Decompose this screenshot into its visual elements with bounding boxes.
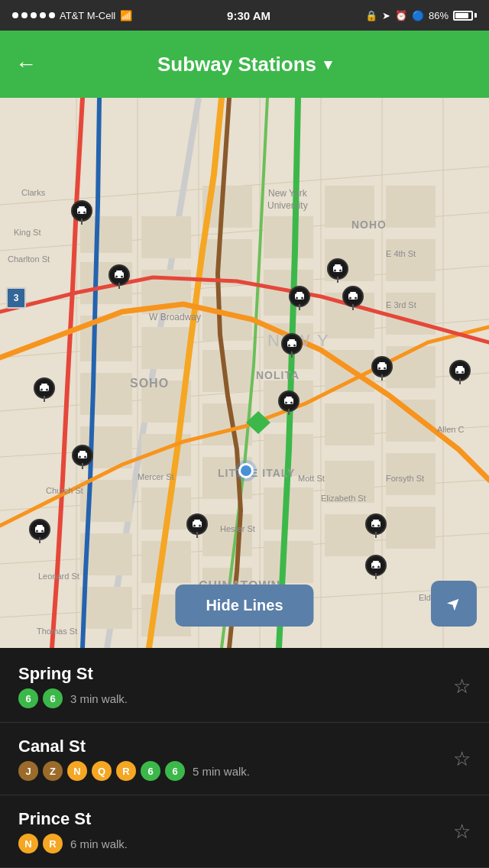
map-label-nyu: New YorkUniversity bbox=[267, 188, 308, 212]
svg-point-80 bbox=[84, 456, 86, 458]
status-bar: AT&T M-Cell 📶 9:30 AM 🔒 ➤ ⏰ 🔵 86% bbox=[0, 0, 489, 31]
star-button[interactable]: ☆ bbox=[453, 675, 471, 698]
svg-point-112 bbox=[301, 297, 303, 300]
map-label-church: Church St bbox=[46, 486, 83, 495]
svg-rect-24 bbox=[264, 216, 313, 258]
map-label-thomas: Thomas St bbox=[37, 627, 77, 636]
svg-point-83 bbox=[36, 530, 38, 533]
line-badge-n: N bbox=[67, 761, 87, 781]
svg-rect-34 bbox=[80, 373, 132, 415]
svg-point-108 bbox=[290, 402, 293, 404]
svg-rect-134 bbox=[457, 366, 463, 368]
line-badge-6a: 6 bbox=[18, 688, 38, 708]
svg-point-115 bbox=[334, 270, 336, 272]
map-station-pin[interactable] bbox=[371, 356, 393, 377]
svg-rect-82 bbox=[37, 525, 43, 526]
wifi-icon: 📶 bbox=[120, 10, 132, 21]
map-station-pin[interactable] bbox=[34, 377, 55, 399]
map-station-pin[interactable] bbox=[72, 445, 93, 466]
map-station-pin[interactable] bbox=[108, 264, 130, 286]
map-station-pin[interactable] bbox=[327, 258, 348, 280]
walk-time: 3 min walk. bbox=[70, 692, 128, 705]
svg-point-116 bbox=[339, 270, 342, 272]
station-meta: J Z N Q R 6 6 5 min walk. bbox=[18, 761, 250, 781]
walk-time: 6 min walk. bbox=[70, 837, 128, 850]
svg-point-72 bbox=[121, 276, 123, 278]
svg-point-136 bbox=[461, 371, 464, 374]
map-label-leonard: Leonard St bbox=[38, 572, 79, 581]
map-label-nolita: NOLITA bbox=[256, 369, 300, 381]
map-station-pin[interactable] bbox=[29, 519, 50, 540]
map-area[interactable]: Clarks King St Charlton St W Broadway SO… bbox=[0, 98, 489, 648]
station-meta: 6 6 3 min walk. bbox=[18, 688, 128, 708]
svg-point-107 bbox=[285, 402, 287, 404]
nav-bar: ← Subway Stations ▾ bbox=[0, 31, 489, 98]
map-label-king: King St bbox=[14, 228, 40, 237]
svg-rect-98 bbox=[194, 520, 200, 521]
map-station-pin[interactable] bbox=[71, 200, 92, 222]
dropdown-chevron[interactable]: ▾ bbox=[324, 55, 332, 73]
svg-rect-50 bbox=[325, 403, 374, 445]
map-label-soho: SOHO bbox=[130, 377, 169, 390]
nav-title: Subway Stations ▾ bbox=[157, 53, 332, 76]
svg-point-84 bbox=[41, 530, 44, 533]
highway-sign: 3 bbox=[6, 287, 26, 309]
status-left: AT&T M-Cell 📶 bbox=[12, 10, 132, 21]
map-station-pin[interactable] bbox=[281, 333, 303, 355]
line-badge-n2: N bbox=[18, 834, 38, 853]
location-icon: ➤ bbox=[382, 10, 390, 21]
line-badge-6b: 6 bbox=[43, 688, 63, 708]
map-label-clarks: Clarks bbox=[21, 188, 45, 197]
svg-rect-30 bbox=[386, 186, 436, 228]
svg-point-124 bbox=[384, 368, 386, 370]
svg-point-99 bbox=[193, 525, 196, 527]
svg-rect-45 bbox=[386, 400, 436, 442]
line-badge-z: Z bbox=[43, 761, 63, 781]
svg-rect-118 bbox=[350, 292, 356, 293]
battery-icon bbox=[453, 11, 477, 21]
station-meta: N R 6 min walk. bbox=[18, 834, 128, 853]
map-station-pin[interactable] bbox=[342, 286, 364, 307]
svg-point-131 bbox=[372, 566, 374, 568]
station-name: Spring St bbox=[18, 664, 128, 684]
svg-point-100 bbox=[199, 525, 201, 527]
map-label-elizabeth: Elizabeth St bbox=[321, 494, 366, 503]
map-station-pin[interactable] bbox=[289, 286, 310, 307]
user-location-dot bbox=[238, 463, 254, 478]
battery-percent: 86% bbox=[429, 10, 449, 21]
svg-point-119 bbox=[349, 297, 351, 300]
back-button[interactable]: ← bbox=[15, 52, 37, 76]
svg-rect-130 bbox=[373, 561, 379, 562]
svg-point-67 bbox=[78, 212, 80, 214]
svg-point-135 bbox=[456, 371, 458, 374]
map-station-pin[interactable] bbox=[186, 513, 208, 535]
location-arrow-icon: ➤ bbox=[442, 591, 465, 615]
svg-rect-74 bbox=[41, 384, 47, 385]
svg-point-103 bbox=[288, 345, 290, 347]
station-item-canal-st[interactable]: Canal St J Z N Q R 6 6 5 min walk. ☆ bbox=[0, 723, 489, 795]
svg-point-123 bbox=[378, 368, 381, 370]
station-list: Spring St 6 6 3 min walk. ☆ Canal St J Z… bbox=[0, 650, 489, 868]
station-item-spring-st[interactable]: Spring St 6 6 3 min walk. ☆ bbox=[0, 650, 489, 723]
svg-point-76 bbox=[46, 389, 48, 391]
map-station-pin[interactable] bbox=[278, 390, 300, 412]
map-station-pin[interactable] bbox=[449, 360, 471, 381]
station-item-prince-st[interactable]: Prince St N R 6 min walk. ☆ bbox=[0, 795, 489, 868]
svg-point-75 bbox=[40, 389, 43, 391]
svg-rect-33 bbox=[141, 327, 191, 369]
star-button[interactable]: ☆ bbox=[453, 747, 471, 771]
star-button[interactable]: ☆ bbox=[453, 820, 471, 844]
map-label-noho: NOHO bbox=[351, 219, 387, 231]
map-station-pin[interactable] bbox=[365, 555, 387, 576]
svg-rect-106 bbox=[286, 397, 292, 398]
location-button[interactable]: ➤ bbox=[431, 581, 477, 627]
svg-rect-70 bbox=[116, 270, 122, 272]
svg-point-68 bbox=[83, 212, 86, 214]
svg-point-128 bbox=[377, 525, 380, 527]
carrier-label: AT&T M-Cell bbox=[60, 10, 115, 21]
hide-lines-button[interactable]: Hide Lines bbox=[175, 585, 313, 627]
line-badge-r: R bbox=[116, 761, 136, 781]
map-station-pin[interactable] bbox=[365, 513, 387, 535]
svg-point-71 bbox=[115, 276, 118, 278]
line-badge-r2: R bbox=[43, 834, 63, 853]
